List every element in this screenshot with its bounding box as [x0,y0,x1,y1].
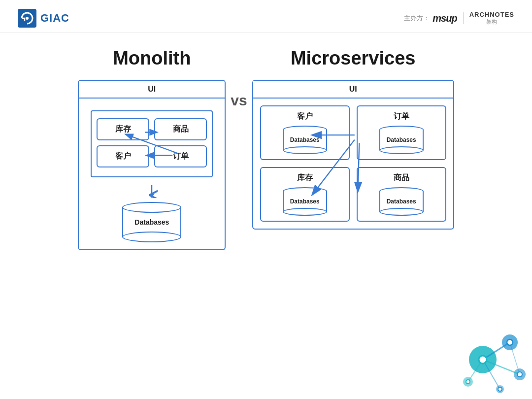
svg-point-21 [507,339,513,345]
monolith-ui-bar: UI [79,81,225,99]
micro-db-kehu: Databases [283,126,327,154]
db-bottom-ellipse [122,232,181,242]
vs-section: vs [226,48,252,109]
micro-block-kehu: 客户 Databases [260,105,350,160]
main-content: Monolith UI [0,33,532,260]
monolith-db: Databases [122,202,181,242]
microservices-section: Microservices UI 客户 Databases [252,48,454,230]
micro-services-grid: 客户 Databases 订单 [253,99,453,229]
microservices-title: Microservices [291,48,416,69]
monolith-db-label: Databases [134,218,169,226]
network-svg [443,310,532,399]
db-s-bottom [283,146,327,154]
logo-area: GIAC [18,9,69,28]
micro-db-shangpin: Databases [379,187,424,216]
mono-down-arrow [146,184,158,198]
service-shangpin: 商品 [154,118,207,140]
monolith-services-grid: 库存 商品 客户 订单 [97,118,207,167]
micro-ui-bar: UI [253,81,453,99]
network-decoration [443,310,532,399]
sponsor-area: 主办方： msup ARCHNOTES 架构 [404,11,514,26]
micro-db-kehu-label: Databases [290,136,320,143]
micro-block-dingdan: 订单 Databases [357,105,446,160]
micro-db-kucun: Databases [283,187,327,216]
monolith-db-area: Databases [84,202,220,242]
micro-label-kucun: 库存 [297,173,313,183]
monolith-inner-box: 库存 商品 客户 订单 [91,110,213,177]
service-kehu: 客户 [97,145,149,167]
micro-db-dingdan-label: Databases [387,136,416,143]
micro-label-kehu: 客户 [297,111,313,122]
db-top-ellipse [122,202,181,213]
monolith-section: Monolith UI [78,48,226,250]
svg-point-1 [26,17,29,20]
sponsor-label: 主办方： [404,14,430,23]
service-kucun: 库存 [97,118,149,140]
microservices-diagram: UI 客户 Databases 订单 [252,80,454,230]
service-dingdan: 订单 [154,145,207,167]
vs-label: vs [231,92,247,109]
micro-block-shangpin: 商品 Databases [357,167,446,222]
micro-db-dingdan: Databases [379,126,424,154]
archnotes-logo-block: ARCHNOTES 架构 [469,11,514,26]
mono-db-arrow-area [84,184,220,198]
svg-point-20 [479,356,487,364]
header: GIAC 主办方： msup ARCHNOTES 架构 [0,0,532,33]
micro-label-shangpin: 商品 [394,173,409,183]
micro-db-shangpin-label: Databases [387,198,416,205]
svg-point-24 [498,387,502,391]
msup-logo: msup [432,13,457,24]
monolith-title: Monolith [113,48,191,69]
giac-logo-icon [18,9,36,28]
micro-diagram-wrapper: UI 客户 Databases 订单 [252,80,454,230]
archnotes-text: ARCHNOTES [469,11,514,18]
micro-block-kucun: 库存 Databases [260,167,350,222]
logo-divider [463,12,464,24]
archnotes-sub: 架构 [486,18,497,26]
micro-db-kucun-label: Databases [290,198,320,205]
logo-text: GIAC [40,12,69,25]
svg-marker-6 [149,194,154,198]
micro-label-dingdan: 订单 [394,111,409,122]
monolith-diagram: UI [78,80,226,250]
svg-point-22 [517,372,522,377]
svg-point-23 [466,380,470,384]
